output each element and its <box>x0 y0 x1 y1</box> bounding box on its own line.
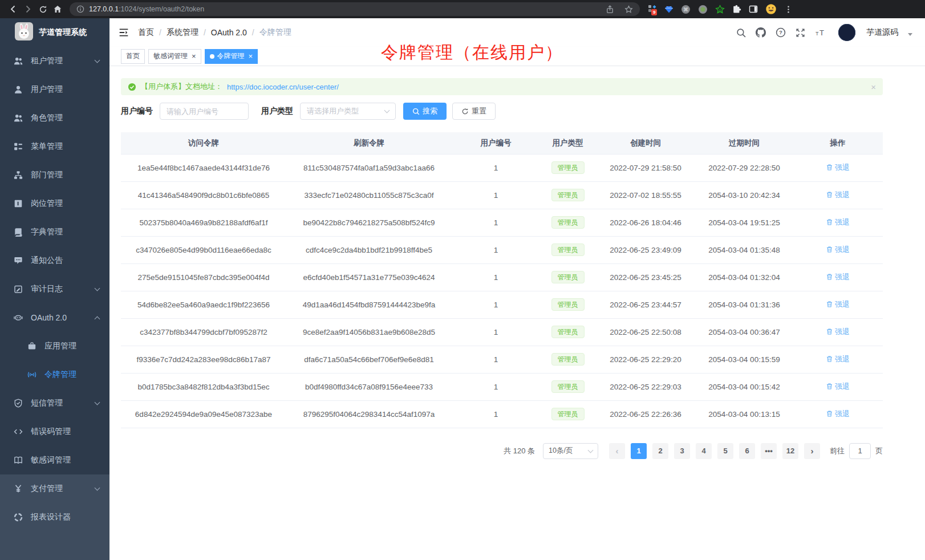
search-button[interactable]: 搜索 <box>403 103 447 120</box>
tab-home[interactable]: 首页 <box>121 49 145 64</box>
prev-page-button[interactable]: ‹ <box>609 443 625 459</box>
user-menu-caret-icon[interactable] <box>908 33 912 36</box>
breadcrumb-system[interactable]: 系统管理 <box>167 27 198 38</box>
browser-reload-icon[interactable] <box>35 2 50 17</box>
user-type-select[interactable]: 请选择用户类型 <box>300 103 396 120</box>
sidebar-item-支付管理[interactable]: 支付管理 <box>0 474 109 503</box>
payment-yen-icon <box>14 484 23 493</box>
record-dot-extension-icon[interactable] <box>698 5 708 14</box>
url-bar[interactable]: 127.0.0.1:1024/system/oauth2/token <box>70 2 640 16</box>
more-pages-button[interactable]: ••• <box>761 443 777 459</box>
breadcrumb-oauth[interactable]: OAuth 2.0 <box>211 28 247 37</box>
sidebar-item-菜单管理[interactable]: 菜单管理 <box>0 132 109 161</box>
user-id-cell: 1 <box>452 400 540 428</box>
command-extension-icon[interactable]: ⌘ <box>681 5 691 14</box>
breadcrumb-home[interactable]: 首页 <box>138 27 154 38</box>
help-icon[interactable]: ? <box>776 27 786 38</box>
sidebar-item-租户管理[interactable]: 租户管理 <box>0 47 109 75</box>
trash-icon <box>826 218 833 226</box>
oauth-robot-icon <box>14 313 23 322</box>
sidebar-item-字典管理[interactable]: 字典管理 <box>0 218 109 246</box>
sidebar-item-岗位管理[interactable]: 岗位管理 <box>0 189 109 218</box>
sidebar-item-错误码管理[interactable]: 错误码管理 <box>0 417 109 446</box>
sidebar-item-通知公告[interactable]: 通知公告 <box>0 246 109 275</box>
extension-blocks-icon[interactable]: 9 <box>648 5 657 14</box>
page-size-select[interactable]: 10条/页 <box>543 443 598 459</box>
close-tab-icon[interactable]: × <box>192 52 196 60</box>
page-button-3[interactable]: 3 <box>674 443 690 459</box>
user-name[interactable]: 芋道源码 <box>866 27 898 38</box>
access-token-cell: 54d6be82ee5a460a9aedc1f9bf223656 <box>121 291 286 318</box>
svg-text:T: T <box>819 29 824 37</box>
bookmark-star-icon[interactable] <box>624 5 633 14</box>
user-id-input[interactable] <box>160 103 249 120</box>
app-logo-row[interactable]: 芋道管理系统 <box>0 18 109 47</box>
sidebar-item-label: 角色管理 <box>31 113 63 123</box>
search-icon[interactable] <box>736 28 746 38</box>
goto-page-input[interactable] <box>849 443 871 459</box>
browser-menu-kebab-icon[interactable] <box>784 5 793 14</box>
github-icon[interactable] <box>756 27 766 38</box>
sidebar-item-审计日志[interactable]: 审计日志 <box>0 275 109 303</box>
page-button-6[interactable]: 6 <box>739 443 755 459</box>
font-size-icon[interactable]: TT <box>815 28 826 38</box>
gem-extension-icon[interactable] <box>664 5 674 14</box>
browser-back-icon[interactable] <box>6 2 21 17</box>
reset-button[interactable]: 重置 <box>452 103 496 120</box>
share-icon[interactable] <box>606 5 614 14</box>
force-logout-button[interactable]: 强退 <box>826 163 850 173</box>
page-button-5[interactable]: 5 <box>717 443 733 459</box>
browser-forward-icon[interactable] <box>21 2 35 17</box>
refresh-token-cell: dfa6c71a50a54c66bef706ef9e6e8d81 <box>286 346 452 373</box>
table-row: 6d842e2924594de9a09e45e087323abe8796295f… <box>121 400 883 428</box>
chevron-down-icon <box>95 400 100 405</box>
force-logout-button[interactable]: 强退 <box>826 299 850 310</box>
tab-sensitive-word[interactable]: 敏感词管理 × <box>148 49 201 64</box>
user-id-cell: 1 <box>452 181 540 209</box>
force-logout-button[interactable]: 强退 <box>826 272 850 282</box>
sidebar-item-短信管理[interactable]: 短信管理 <box>0 389 109 417</box>
table-row: c347026e805e4d99b0d116eae66eda8ccdfc4ce9… <box>121 236 883 263</box>
fullscreen-icon[interactable] <box>796 28 805 38</box>
sidebar-item-敏感词管理[interactable]: 敏感词管理 <box>0 446 109 474</box>
page-button-4[interactable]: 4 <box>696 443 712 459</box>
refresh-token-cell: 49d1aa46d1454fbd87591444423be9fa <box>286 291 452 318</box>
page-button-2[interactable]: 2 <box>652 443 668 459</box>
sidebar-item-部门管理[interactable]: 部门管理 <box>0 161 109 189</box>
sidebar-item-应用管理[interactable]: 应用管理 <box>0 332 109 360</box>
page-button-12[interactable]: 12 <box>782 443 798 459</box>
sidebar-item-OAuth 2.0[interactable]: OAuth 2.0 <box>0 303 109 332</box>
create-time-cell: 2022-06-26 18:04:46 <box>595 209 696 236</box>
side-panel-icon[interactable] <box>749 5 758 14</box>
page-button-1[interactable]: 1 <box>631 443 647 459</box>
force-logout-button[interactable]: 强退 <box>826 245 850 255</box>
create-time-cell: 2022-06-25 22:26:36 <box>595 400 696 428</box>
site-info-icon[interactable] <box>76 5 84 13</box>
close-tab-icon[interactable]: × <box>249 52 253 60</box>
alert-close-icon[interactable]: × <box>871 82 876 92</box>
sidebar-item-令牌管理[interactable]: 令牌管理 <box>0 360 109 389</box>
next-page-button[interactable]: › <box>804 443 820 459</box>
refresh-token-cell: cdfc4ce9c2da4bb1bdf21b9918ff4be5 <box>286 236 452 263</box>
sidebar-collapse-icon[interactable] <box>119 27 129 38</box>
force-logout-button[interactable]: 强退 <box>826 190 850 200</box>
sidebar-item-用户管理[interactable]: 用户管理 <box>0 75 109 104</box>
browser-home-icon[interactable] <box>50 2 65 17</box>
puzzle-extensions-icon[interactable] <box>732 5 741 14</box>
alert-doc-link[interactable]: https://doc.iocoder.cn/user-center/ <box>227 83 339 91</box>
force-logout-button[interactable]: 强退 <box>826 382 850 392</box>
force-logout-button[interactable]: 强退 <box>826 354 850 364</box>
force-logout-button[interactable]: 强退 <box>826 217 850 228</box>
green-star-extension-icon[interactable] <box>715 5 725 14</box>
user-avatar[interactable] <box>838 24 855 41</box>
sidebar-item-报表设计器[interactable]: 报表设计器 <box>0 503 109 531</box>
force-logout-button[interactable]: 强退 <box>826 409 850 419</box>
user-id-cell: 1 <box>452 263 540 291</box>
sidebar-item-角色管理[interactable]: 角色管理 <box>0 104 109 132</box>
annotation-text: 令牌管理（在线用户） <box>381 41 563 64</box>
expire-time-cell: 2054-03-04 01:32:04 <box>696 263 793 291</box>
force-logout-button[interactable]: 强退 <box>826 327 850 337</box>
profile-emoji-icon[interactable] <box>765 3 777 15</box>
column-header: 创建时间 <box>595 132 696 154</box>
tab-token-active[interactable]: 令牌管理 × <box>205 49 258 64</box>
